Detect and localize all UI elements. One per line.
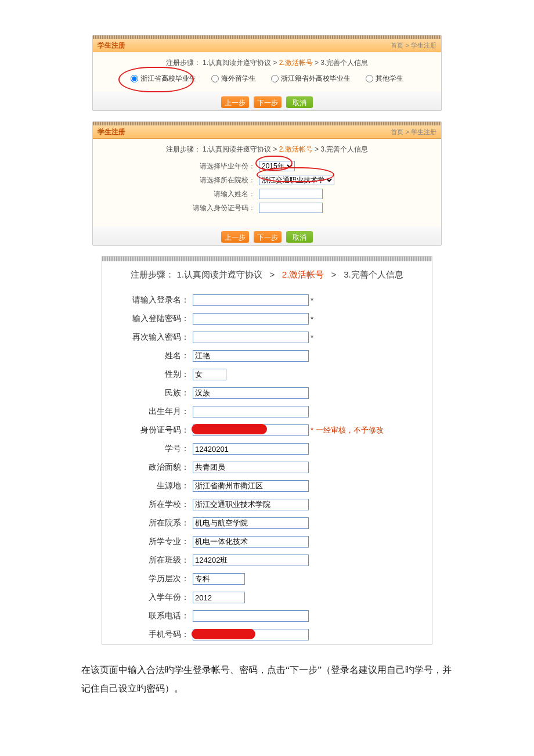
label-politics: 政治面貌： bbox=[102, 462, 193, 473]
prev-button[interactable]: 上一步 bbox=[221, 231, 249, 243]
label-major: 所学专业： bbox=[102, 537, 193, 547]
next-button[interactable]: 下一步 bbox=[254, 231, 282, 243]
idcard-note: * 一经审核，不予修改 bbox=[311, 425, 384, 435]
label-name: 姓名： bbox=[102, 351, 193, 361]
input-origin[interactable] bbox=[193, 480, 309, 492]
input-enroll[interactable] bbox=[193, 592, 245, 603]
instruction-text: 在该页面中输入合法旳学生登录帐号、密码，点击“下一步”（登录名建议用自己旳学号，… bbox=[81, 661, 453, 698]
input-nation[interactable] bbox=[193, 387, 309, 399]
label-password: 输入登陆密码： bbox=[102, 314, 193, 324]
label-idcard: 请输入身份证号码： bbox=[93, 203, 259, 213]
input-idcard[interactable] bbox=[259, 203, 323, 213]
label-enroll: 入学年份： bbox=[102, 592, 193, 603]
input-name[interactable] bbox=[193, 350, 309, 362]
radio-input[interactable] bbox=[131, 75, 138, 82]
radio-input[interactable] bbox=[271, 75, 279, 82]
input-password2[interactable] bbox=[193, 332, 309, 343]
label-origin: 生源地： bbox=[102, 481, 193, 491]
radio-zhejiang-origin-outside[interactable]: 浙江籍省外高校毕业生 bbox=[271, 74, 351, 84]
label-password2: 再次输入密码： bbox=[102, 332, 193, 343]
breadcrumb-current: 学生注册 bbox=[411, 128, 436, 135]
input-politics[interactable] bbox=[193, 462, 309, 473]
input-school[interactable] bbox=[193, 499, 309, 510]
breadcrumb: 首页 > 学生注册 bbox=[391, 41, 436, 50]
breadcrumb-current: 学生注册 bbox=[411, 42, 436, 49]
label-login: 请输入登录名： bbox=[102, 295, 193, 305]
cancel-button[interactable]: 取消 bbox=[286, 96, 313, 108]
prev-button[interactable]: 上一步 bbox=[221, 96, 249, 108]
required-mark: * bbox=[311, 296, 313, 305]
panel-header: 学生注册 首页 > 学生注册 bbox=[93, 39, 441, 52]
select-school[interactable]: 浙江交通职业技术学院 bbox=[259, 175, 334, 185]
label-mobile: 手机号码： bbox=[102, 629, 193, 640]
label-dept: 所在院系： bbox=[102, 518, 193, 528]
student-type-radios: 浙江省高校毕业生 海外留学生 浙江籍省外高校毕业生 其他学生 bbox=[93, 70, 441, 87]
input-password[interactable] bbox=[193, 313, 309, 325]
required-mark: * bbox=[311, 315, 313, 323]
steps-indicator: 注册步骤： 1.认真阅读并遵守协议 > 2.激活帐号 > 3.完善个人信息 bbox=[93, 56, 441, 70]
panel-header: 学生注册 首页 > 学生注册 bbox=[93, 125, 441, 139]
label-grad-year: 请选择毕业年份： bbox=[93, 161, 259, 171]
label-tel: 联系电话： bbox=[102, 611, 193, 621]
radio-overseas[interactable]: 海外留学生 bbox=[211, 74, 256, 84]
input-birth[interactable] bbox=[193, 406, 309, 417]
required-mark: * bbox=[311, 333, 313, 342]
panel-select-school: 学生注册 首页 > 学生注册 注册步骤： 1.认真阅读并遵守协议 > 2.激活帐… bbox=[92, 121, 442, 246]
radio-input[interactable] bbox=[211, 75, 219, 82]
button-row: 上一步 下一步 取消 bbox=[93, 226, 441, 245]
label-nation: 民族： bbox=[102, 388, 193, 398]
button-row: 上一步 下一步 取消 bbox=[93, 92, 441, 110]
input-login[interactable] bbox=[193, 294, 309, 306]
decorative-strip bbox=[102, 257, 432, 261]
label-sex: 性别： bbox=[102, 369, 193, 380]
next-button[interactable]: 下一步 bbox=[254, 96, 282, 108]
panel-profile-form: 注册步骤： 1.认真阅读并遵守协议 > 2.激活帐号 > 3.完善个人信息 请输… bbox=[102, 256, 432, 645]
radio-other[interactable]: 其他学生 bbox=[366, 74, 403, 84]
input-level[interactable] bbox=[193, 573, 245, 585]
radio-input[interactable] bbox=[366, 75, 373, 82]
input-stuno[interactable] bbox=[193, 443, 309, 455]
input-tel[interactable] bbox=[193, 610, 309, 622]
radio-zhejiang-grad[interactable]: 浙江省高校毕业生 bbox=[131, 74, 196, 84]
input-idcard[interactable] bbox=[193, 424, 309, 436]
breadcrumb-home[interactable]: 首页 bbox=[391, 42, 403, 49]
panel-title: 学生注册 bbox=[98, 41, 125, 51]
label-stuno: 学号： bbox=[102, 444, 193, 454]
input-sex[interactable] bbox=[193, 369, 226, 380]
label-class: 所在班级： bbox=[102, 555, 193, 566]
input-dept[interactable] bbox=[193, 517, 309, 529]
label-school: 所在学校： bbox=[102, 499, 193, 510]
input-class[interactable] bbox=[193, 555, 309, 566]
panel-register-type: 学生注册 首页 > 学生注册 注册步骤： 1.认真阅读并遵守协议 > 2.激活帐… bbox=[92, 35, 442, 111]
panel-title: 学生注册 bbox=[98, 127, 125, 137]
label-school: 请选择所在院校： bbox=[93, 175, 259, 185]
steps-indicator-large: 注册步骤： 1.认真阅读并遵守协议 > 2.激活帐号 > 3.完善个人信息 bbox=[102, 261, 432, 291]
cancel-button[interactable]: 取消 bbox=[286, 231, 313, 243]
select-grad-year[interactable]: 2015年 bbox=[259, 161, 295, 171]
breadcrumb: 首页 > 学生注册 bbox=[391, 128, 436, 136]
label-idcard: 身份证号码： bbox=[102, 425, 193, 435]
label-level: 学历层次： bbox=[102, 574, 193, 584]
input-major[interactable] bbox=[193, 536, 309, 548]
label-birth: 出生年月： bbox=[102, 406, 193, 417]
label-name: 请输入姓名： bbox=[93, 189, 259, 199]
breadcrumb-home[interactable]: 首页 bbox=[391, 128, 403, 135]
input-mobile[interactable] bbox=[193, 629, 309, 640]
input-name[interactable] bbox=[259, 189, 323, 199]
steps-indicator: 注册步骤： 1.认真阅读并遵守协议 > 2.激活帐号 > 3.完善个人信息 bbox=[93, 142, 441, 157]
